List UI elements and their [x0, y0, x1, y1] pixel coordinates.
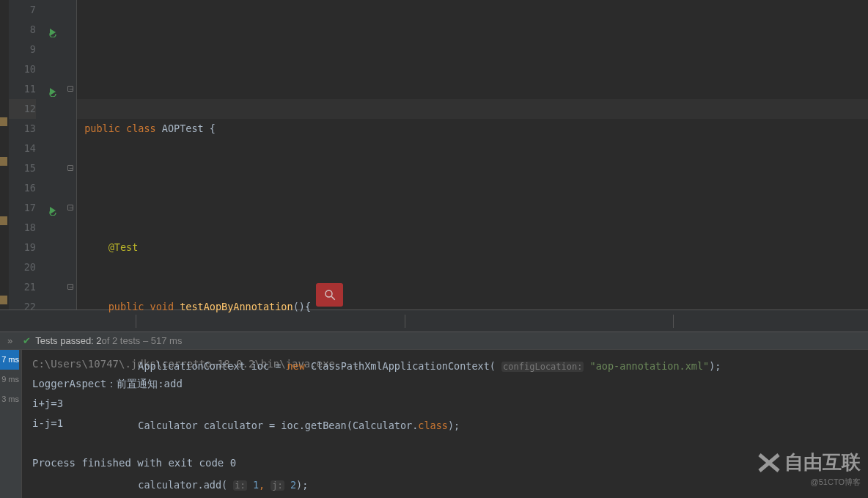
console-line: i+j=3 [32, 398, 63, 409]
fold-end-icon[interactable] [67, 284, 73, 290]
param-hint: configLocation: [501, 362, 584, 372]
line-number: 19 [9, 238, 36, 257]
line-number: 21 [9, 277, 36, 297]
svg-line-1 [331, 296, 335, 300]
test-tree-item[interactable]: 3 ms [1, 395, 19, 403]
current-line-highlight [77, 99, 868, 119]
line-number: 14 [9, 139, 36, 158]
code-line[interactable] [78, 59, 868, 79]
line-number: 9 [9, 40, 36, 59]
line-number: 10 [9, 59, 36, 79]
line-number: 11 [9, 79, 36, 99]
line-number: 16 [9, 178, 36, 198]
code-line[interactable]: calculator.add( i: 1, j: 2); [78, 475, 868, 495]
breadcrumb-separator [136, 315, 136, 328]
param-hint: j: [271, 480, 284, 491]
line-number: 17 [9, 198, 36, 218]
param-hint: i: [233, 480, 246, 491]
test-tree-item[interactable]: 9 ms [1, 375, 19, 384]
code-line[interactable]: Calculator calculator = ioc.getBean(Calc… [78, 416, 868, 436]
line-number: 8 [9, 20, 36, 40]
breadcrumb-separator [405, 315, 405, 328]
breadcrumb-bar[interactable] [0, 310, 868, 332]
vcs-gutter [0, 0, 9, 310]
fold-end-icon[interactable] [67, 165, 73, 171]
run-test-icon[interactable] [48, 84, 58, 94]
console-line: i-j=1 [32, 417, 63, 429]
line-number: 20 [9, 257, 36, 277]
line-number: 15 [9, 158, 36, 178]
code-area[interactable]: public class AOPTest { @Test public void… [77, 0, 868, 310]
code-line[interactable] [78, 178, 868, 198]
gutter-icons [40, 0, 65, 310]
fold-gutter[interactable] [65, 0, 77, 310]
code-line[interactable]: ApplicationContext ioc = new ClassPathXm… [78, 356, 868, 376]
gutter-change-mark [0, 296, 7, 304]
run-test-icon[interactable] [48, 202, 58, 213]
line-number-gutter[interactable]: 7 8 9 10 11 12 13 14 15 16 17 18 19 20 2… [9, 0, 40, 310]
gutter-change-mark [0, 157, 7, 166]
search-overlay-icon[interactable] [316, 283, 343, 307]
code-line[interactable]: @Test [78, 238, 868, 257]
line-number: 12 [9, 99, 36, 119]
breadcrumb-separator [673, 315, 674, 328]
gutter-change-mark [0, 117, 7, 126]
check-icon: ✔ [23, 331, 31, 351]
code-line[interactable]: public class AOPTest { [78, 119, 868, 139]
line-number: 18 [9, 218, 36, 238]
code-editor[interactable]: 7 8 9 10 11 12 13 14 15 16 17 18 19 20 2… [0, 0, 868, 310]
gutter-change-mark [0, 216, 7, 225]
test-tree-durations[interactable]: 7 ms 9 ms 3 ms [0, 350, 22, 498]
fold-start-icon[interactable] [67, 205, 73, 210]
fold-start-icon[interactable] [67, 86, 73, 92]
line-number: 7 [9, 0, 36, 20]
line-number: 13 [9, 119, 36, 139]
svg-point-0 [326, 290, 332, 297]
test-tree-item[interactable]: 7 ms [0, 350, 19, 370]
run-class-icon[interactable] [48, 24, 58, 34]
expand-chevron-icon[interactable]: » [7, 331, 12, 351]
